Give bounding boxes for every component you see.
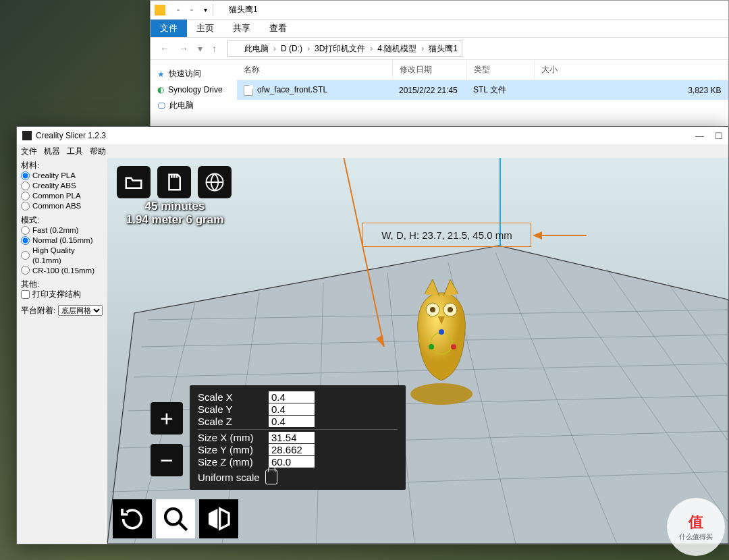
radio-fast[interactable]: Fast (0.2mm) bbox=[21, 225, 103, 235]
size-x-label: Size X (mm) bbox=[198, 432, 269, 443]
svg-marker-29 bbox=[376, 335, 384, 347]
menu-file[interactable]: 文件 bbox=[21, 146, 37, 157]
file-date: 2015/2/22 21:45 bbox=[392, 80, 466, 101]
tab-file[interactable]: 文件 bbox=[151, 20, 187, 37]
file-icon bbox=[244, 85, 253, 96]
explorer-titlebar[interactable]: ▫ ▫ ▾ 猫头鹰1 bbox=[151, 1, 728, 20]
file-list: 名称 修改日期 类型 大小 ofw_face_front.STL 2015/2/… bbox=[237, 60, 728, 128]
material-header: 材料: bbox=[21, 161, 103, 171]
svg-point-24 bbox=[429, 344, 434, 349]
maximize-button[interactable]: ☐ bbox=[715, 131, 723, 141]
qat-btn[interactable]: ▫ bbox=[172, 4, 184, 16]
synology-icon: ◐ bbox=[157, 85, 164, 94]
scale-z-input[interactable] bbox=[269, 416, 315, 427]
creality-logo-button[interactable] bbox=[198, 166, 232, 198]
svg-point-21 bbox=[430, 307, 435, 312]
top-buttons bbox=[117, 166, 232, 198]
nav-this-pc[interactable]: 🖵此电脑 bbox=[157, 97, 230, 114]
svg-line-28 bbox=[317, 158, 384, 347]
folder-icon bbox=[155, 5, 165, 16]
tab-share[interactable]: 共享 bbox=[223, 20, 260, 37]
radio-common-pla[interactable]: Common PLA bbox=[21, 191, 103, 201]
radio-creality-abs[interactable]: Creality ABS bbox=[21, 181, 103, 191]
annotation-arrow-icon bbox=[290, 158, 425, 367]
radio-cr100[interactable]: CR-100 (0.15mm) bbox=[21, 266, 103, 276]
col-date[interactable]: 修改日期 bbox=[392, 60, 466, 80]
app-icon bbox=[22, 131, 32, 140]
table-row[interactable]: ofw_face_front.STL 2015/2/22 21:45 STL 文… bbox=[237, 80, 728, 101]
zoom-out-button[interactable]: − bbox=[151, 444, 183, 476]
explorer-nav-pane: ★快速访问 ◐Synology Drive 🖵此电脑 bbox=[151, 60, 237, 128]
menu-tools[interactable]: 工具 bbox=[67, 146, 83, 157]
crumb[interactable]: D (D:) bbox=[281, 44, 302, 53]
open-button[interactable] bbox=[117, 166, 151, 198]
qat-btn[interactable]: ▫ bbox=[186, 4, 198, 16]
col-size[interactable]: 大小 bbox=[534, 60, 728, 80]
scale-y-input[interactable] bbox=[269, 403, 315, 415]
scale-z-label: Scale Z bbox=[198, 416, 269, 427]
menu-help[interactable]: 帮助 bbox=[90, 146, 106, 157]
tab-view[interactable]: 查看 bbox=[260, 20, 296, 37]
radio-common-abs[interactable]: Common ABS bbox=[21, 201, 103, 211]
uniform-scale-label: Uniform scale bbox=[198, 472, 260, 483]
menu-machine[interactable]: 机器 bbox=[44, 146, 60, 157]
crumb[interactable]: 猫头鹰1 bbox=[429, 43, 458, 55]
3d-viewport[interactable]: 45 minutes 1.94 meter 6 gram W, D, H: 23… bbox=[107, 158, 728, 544]
folder-icon bbox=[232, 44, 242, 53]
zoom-buttons: + − bbox=[151, 402, 183, 476]
adhesion-select[interactable]: 底层网格 bbox=[58, 305, 103, 316]
radio-creality-pla[interactable]: Creality PLA bbox=[21, 171, 103, 181]
nav-recent-icon[interactable]: ▾ bbox=[195, 43, 205, 54]
nav-quick-access[interactable]: ★快速访问 bbox=[157, 65, 230, 82]
file-type: STL 文件 bbox=[466, 80, 534, 101]
size-x-input[interactable] bbox=[269, 432, 315, 443]
other-header: 其他: bbox=[21, 279, 103, 289]
ribbon-tabs: 文件 主页 共享 查看 bbox=[151, 20, 728, 37]
annotation-arrow-icon bbox=[533, 229, 587, 242]
scale-y-label: Scale Y bbox=[198, 403, 269, 415]
watermark-logo: 值 bbox=[688, 512, 703, 532]
svg-point-26 bbox=[439, 329, 444, 335]
crumb[interactable]: 4.随机模型 bbox=[377, 43, 416, 55]
size-y-input[interactable] bbox=[269, 444, 315, 455]
scale-x-input[interactable] bbox=[269, 391, 315, 403]
address-bar-row: ← → ▾ ↑ 此电脑 D (D:) 3D打印机文件 4.随机模型 猫头鹰1 bbox=[151, 37, 728, 60]
lock-icon[interactable] bbox=[265, 470, 277, 484]
radio-high[interactable]: High Quality (0.1mm) bbox=[21, 246, 103, 266]
mirror-button[interactable] bbox=[199, 499, 238, 538]
slicer-window: Creality Slicer 1.2.3 — ☐ 文件 机器 工具 帮助 材料… bbox=[16, 126, 729, 544]
col-type[interactable]: 类型 bbox=[466, 60, 534, 80]
svg-line-33 bbox=[179, 522, 187, 530]
checkbox-support[interactable]: 打印支撑结构 bbox=[21, 289, 103, 300]
radio-normal[interactable]: Normal (0.15mm) bbox=[21, 235, 103, 246]
qat-btn[interactable]: ▾ bbox=[199, 4, 211, 16]
file-name: ofw_face_front.STL bbox=[257, 85, 327, 94]
crumb[interactable]: 3D打印机文件 bbox=[315, 43, 365, 55]
size-z-label: Size Z (mm) bbox=[198, 456, 269, 468]
file-size: 3,823 KB bbox=[534, 80, 728, 101]
settings-panel: 材料: Creality PLA Creality ABS Common PLA… bbox=[17, 158, 107, 544]
nav-fwd-icon[interactable]: → bbox=[176, 43, 191, 54]
breadcrumb[interactable]: 此电脑 D (D:) 3D打印机文件 4.随机模型 猫头鹰1 bbox=[227, 40, 462, 57]
nav-back-icon[interactable]: ← bbox=[157, 43, 172, 54]
app-title: Creality Slicer 1.2.3 bbox=[36, 131, 106, 140]
svg-point-32 bbox=[165, 509, 181, 524]
svg-point-18 bbox=[410, 383, 473, 405]
rotate-button[interactable] bbox=[113, 499, 152, 538]
scale-button[interactable] bbox=[156, 499, 195, 538]
col-name[interactable]: 名称 bbox=[237, 60, 392, 80]
watermark-text: 什么值得买 bbox=[679, 532, 713, 542]
pc-icon: 🖵 bbox=[157, 101, 165, 111]
menubar: 文件 机器 工具 帮助 bbox=[17, 144, 728, 158]
nav-up-icon[interactable]: ↑ bbox=[209, 43, 219, 54]
nav-synology[interactable]: ◐Synology Drive bbox=[157, 82, 230, 97]
zoom-in-button[interactable]: + bbox=[151, 402, 183, 435]
sdcard-button[interactable] bbox=[157, 166, 191, 198]
tab-home[interactable]: 主页 bbox=[187, 20, 223, 37]
watermark: 值 什么值得买 bbox=[667, 498, 725, 556]
size-z-input[interactable] bbox=[269, 456, 315, 468]
size-y-label: Size Y (mm) bbox=[198, 444, 269, 455]
crumb[interactable]: 此电脑 bbox=[244, 43, 269, 55]
slicer-titlebar[interactable]: Creality Slicer 1.2.3 — ☐ bbox=[17, 127, 728, 144]
minimize-button[interactable]: — bbox=[695, 131, 704, 141]
